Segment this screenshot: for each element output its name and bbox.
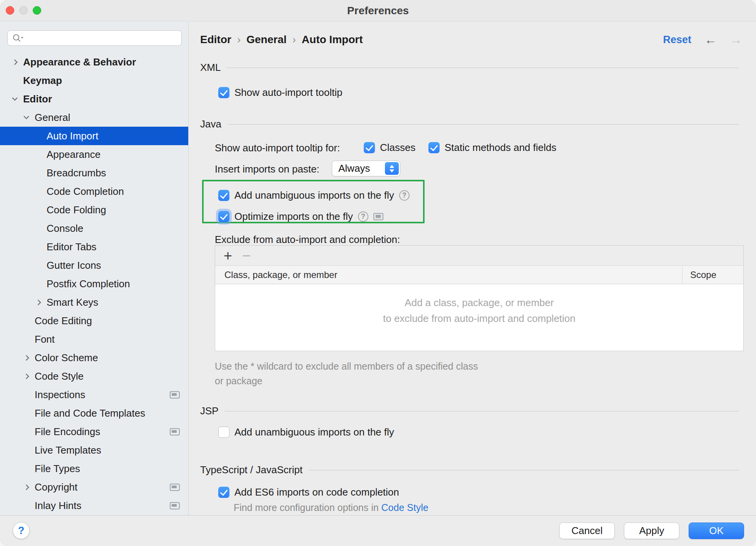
sidebar-item-label: Inspections	[35, 385, 85, 404]
sidebar-item-label: Console	[47, 219, 83, 238]
title-bar: Preferences	[0, 0, 756, 22]
breadcrumb-item-general[interactable]: General	[246, 33, 286, 46]
find-more-text: Find more configuration options in	[234, 502, 381, 513]
sidebar-item-postfix-completion[interactable]: Postfix Completion	[0, 275, 188, 293]
sidebar-item-keymap[interactable]: Keymap	[0, 71, 188, 90]
sidebar-item-live-templates[interactable]: Live Templates	[0, 441, 188, 459]
back-arrow-icon[interactable]: ←	[704, 33, 717, 47]
monitor-icon	[373, 213, 383, 220]
sidebar-item-code-style[interactable]: Code Style	[0, 367, 188, 385]
chevron-down-icon	[390, 169, 394, 173]
chevron-right-icon[interactable]	[23, 355, 30, 361]
code-style-link[interactable]: Code Style	[381, 502, 428, 513]
sidebar-item-code-folding[interactable]: Code Folding	[0, 201, 188, 219]
java-section-header: Java	[200, 118, 739, 130]
chevron-down-icon[interactable]	[23, 114, 30, 120]
sidebar-item-appearance[interactable]: Appearance	[0, 145, 188, 164]
sidebar-item-editor-tabs[interactable]: Editor Tabs	[0, 238, 188, 256]
sidebar-item-appearance-behavior[interactable]: Appearance & Behavior	[0, 53, 188, 71]
jsp-add-unambiguous-checkbox[interactable]	[218, 427, 229, 438]
xml-section-header: XML	[200, 62, 739, 74]
cancel-button[interactable]: Cancel	[559, 523, 615, 539]
show-auto-import-tooltip-label: Show auto-import tooltip	[234, 87, 342, 99]
search-input[interactable]	[27, 32, 181, 44]
chevron-right-icon[interactable]	[35, 300, 42, 306]
insert-imports-on-paste-select[interactable]: Always	[332, 161, 400, 176]
optimize-imports-checkbox[interactable]	[218, 211, 229, 222]
forward-arrow-icon[interactable]: →	[730, 33, 742, 47]
help-circle-icon[interactable]: ?	[399, 190, 410, 201]
sidebar-item-console[interactable]: Console	[0, 219, 188, 238]
add-unambiguous-row: Add unambiguous imports on the fly ?	[218, 189, 410, 201]
static-methods-checkbox[interactable]	[428, 142, 440, 153]
caret-down-icon	[21, 37, 23, 39]
exclude-table-body[interactable]: Add a class, package, or member to exclu…	[215, 284, 743, 350]
breadcrumb-separator-icon: ›	[237, 33, 241, 46]
sidebar-item-label: Postfix Completion	[47, 275, 130, 293]
sidebar-item-auto-import[interactable]: Auto Import	[0, 127, 188, 145]
add-entry-button[interactable]: +	[224, 248, 232, 263]
sidebar-item-label: Code Style	[35, 367, 84, 385]
sidebar-item-code-completion[interactable]: Code Completion	[0, 182, 188, 201]
dialog-footer: ? Cancel Apply OK	[0, 515, 756, 546]
es6-imports-row: Add ES6 imports on code completion	[218, 486, 399, 498]
sidebar-item-general[interactable]: General	[0, 108, 188, 127]
sidebar-item-gutter-icons[interactable]: Gutter Icons	[0, 256, 188, 275]
ok-button[interactable]: OK	[689, 523, 744, 539]
sidebar-item-smart-keys[interactable]: Smart Keys	[0, 293, 188, 312]
show-auto-import-tooltip-checkbox[interactable]	[218, 87, 229, 98]
sidebar-item-breadcrumbs[interactable]: Breadcrumbs	[0, 164, 188, 182]
sidebar-item-inlay-hints[interactable]: Inlay Hints	[0, 496, 188, 515]
remove-entry-button[interactable]: −	[242, 248, 251, 263]
java-section-title: Java	[200, 118, 221, 130]
sidebar-item-file-and-code-templates[interactable]: File and Code Templates	[0, 404, 188, 422]
chevron-right-icon[interactable]	[12, 59, 18, 65]
sidebar-item-label: File and Code Templates	[35, 404, 145, 422]
selected-option: Always	[332, 162, 370, 174]
sidebar-item-label: Editor Tabs	[47, 238, 97, 256]
sidebar-item-inspections[interactable]: Inspections	[0, 385, 188, 404]
sidebar-item-label: Editor	[23, 90, 52, 108]
sidebar-item-file-encodings[interactable]: File Encodings	[0, 422, 188, 441]
breadcrumb: Editor › General › Auto Import Reset ← →	[200, 31, 742, 48]
help-circle-icon[interactable]: ?	[358, 211, 368, 222]
sidebar-item-label: Auto Import	[47, 127, 98, 145]
sidebar-item-label: Breadcrumbs	[47, 164, 106, 182]
jsp-section-header: JSP	[200, 405, 739, 417]
reset-button[interactable]: Reset	[663, 34, 691, 46]
sidebar-item-font[interactable]: Font	[0, 330, 188, 348]
sidebar-item-copyright[interactable]: Copyright	[0, 478, 188, 496]
settings-content: Editor › General › Auto Import Reset ← →…	[189, 22, 756, 515]
column-header-class: Class, package, or member	[215, 266, 682, 284]
es6-imports-checkbox[interactable]	[218, 487, 229, 498]
section-divider	[227, 124, 739, 125]
preferences-window: Preferences Appearance & BehaviorKeymapE…	[0, 0, 756, 546]
sidebar-item-label: File Encodings	[35, 422, 100, 441]
stepper-icon	[385, 162, 399, 175]
sidebar-item-color-scheme[interactable]: Color Scheme	[0, 348, 188, 367]
chevron-up-icon	[390, 165, 394, 168]
apply-button[interactable]: Apply	[624, 523, 679, 539]
chevron-down-icon[interactable]	[12, 95, 18, 101]
sidebar-item-file-types[interactable]: File Types	[0, 459, 188, 478]
chevron-right-icon[interactable]	[23, 484, 30, 491]
sidebar-list: Appearance & BehaviorKeymapEditorGeneral…	[0, 53, 188, 515]
add-unambiguous-imports-checkbox[interactable]	[218, 190, 229, 201]
settings-search-field[interactable]	[7, 30, 182, 46]
sidebar-item-label: Smart Keys	[47, 293, 98, 312]
sidebar-item-label: Code Folding	[47, 201, 106, 219]
monitor-icon	[170, 502, 180, 509]
help-button[interactable]: ?	[13, 522, 30, 539]
tooltip-for-label: Show auto-import tooltip for:	[215, 142, 340, 154]
classes-checkbox[interactable]	[364, 142, 375, 153]
breadcrumb-item-editor[interactable]: Editor	[200, 33, 231, 46]
sidebar-item-label: General	[35, 108, 70, 127]
wildcard-hint: Use the * wildcard to exclude all member…	[215, 359, 484, 388]
exclude-table: + − Class, package, or member Scope Add …	[215, 245, 744, 351]
sidebar-item-editor[interactable]: Editor	[0, 90, 188, 108]
section-divider	[227, 67, 739, 68]
chevron-right-icon[interactable]	[23, 373, 30, 380]
sidebar-item-code-editing[interactable]: Code Editing	[0, 312, 188, 330]
find-more-hint: Find more configuration options in Code …	[234, 502, 428, 513]
sidebar-item-label: Code Completion	[47, 182, 124, 201]
